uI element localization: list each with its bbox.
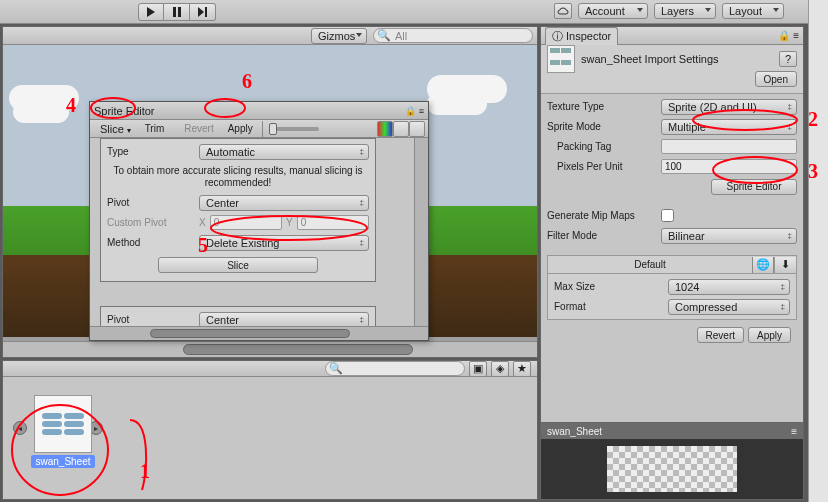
step-button[interactable] (190, 3, 216, 21)
platform-default-tab[interactable]: Default (548, 259, 752, 270)
mipmaps-checkbox[interactable] (661, 209, 674, 222)
apply-button[interactable]: Apply (221, 121, 260, 136)
preview-body (541, 439, 803, 499)
svg-rect-2 (178, 7, 181, 17)
asset-header-icon (547, 45, 575, 73)
platform-standalone-icon[interactable]: ⬇ (774, 257, 796, 273)
packing-tag-field[interactable] (661, 139, 797, 154)
layout-label: Layout (729, 5, 762, 17)
inspector-tabbar: ⓘ Inspector 🔒 ≡ (541, 27, 803, 45)
open-button[interactable]: Open (755, 71, 797, 87)
lock-icon[interactable]: 🔒 (778, 30, 790, 41)
inspector-tab[interactable]: ⓘ Inspector (545, 27, 618, 45)
pivot2-dropdown[interactable]: Center (199, 312, 369, 327)
mipmaps-label: Generate Mip Maps (547, 210, 655, 221)
trim-button[interactable]: Trim (138, 121, 172, 136)
cloud-icon[interactable] (554, 3, 572, 19)
sprite-editor-titlebar[interactable]: Sprite Editor 🔒 ≡ (90, 102, 428, 120)
custom-pivot-y: 0 (297, 215, 369, 230)
window-menu-icon[interactable]: ≡ (419, 106, 424, 116)
preview-menu-icon[interactable]: ≡ (791, 426, 797, 437)
sprite-editor-button[interactable]: Sprite Editor (711, 179, 797, 195)
play-controls (138, 3, 216, 21)
format-label: Format (554, 301, 662, 312)
svg-marker-3 (198, 7, 204, 17)
asset-prev-button[interactable]: ◂ (13, 421, 27, 435)
window-lock-icon[interactable]: 🔒 (405, 106, 416, 116)
preview-header[interactable]: swan_Sheet ≡ (541, 423, 803, 439)
sprite-editor-body: Type Automatic To obtain more accurate s… (90, 138, 414, 326)
inspector-header: swan_Sheet Import Settings ? Open (541, 45, 803, 94)
hscroll-thumb[interactable] (150, 329, 350, 338)
sprite-mode-dropdown[interactable]: Multiple (661, 119, 797, 135)
scroll-thumb[interactable] (183, 344, 413, 355)
inspector-body: Texture TypeSprite (2D and UI) Sprite Mo… (541, 94, 803, 351)
slice-hint: To obtain more accurate slicing results,… (107, 163, 369, 191)
sprite-editor-window: Sprite Editor 🔒 ≡ Slice ▾ Trim Revert Ap… (89, 101, 429, 341)
project-search[interactable]: 🔍 (325, 361, 465, 376)
filter-label-icon[interactable]: ◈ (491, 361, 509, 377)
project-toolbar: 🔍 ▣ ◈ ★ (3, 361, 537, 377)
custom-pivot-label: Custom Pivot (107, 217, 195, 228)
type-dropdown[interactable]: Automatic (199, 144, 369, 160)
pivot-dropdown[interactable]: Center (199, 195, 369, 211)
svg-rect-4 (205, 7, 207, 17)
filter-mode-dropdown[interactable]: Bilinear (661, 228, 797, 244)
alpha-slider[interactable] (269, 127, 319, 131)
platform-settings: Default 🌐 ⬇ Max Size1024 FormatCompresse… (547, 255, 797, 320)
inspector-revert-button[interactable]: Revert (697, 327, 744, 343)
sprite-editor-title: Sprite Editor (94, 105, 155, 117)
method-dropdown[interactable]: Delete Existing (199, 235, 369, 251)
svg-rect-1 (173, 7, 176, 17)
asset-item[interactable]: swan_Sheet (29, 395, 97, 468)
sprite-editor-hscroll[interactable] (90, 326, 428, 340)
project-panel: 🔍 ▣ ◈ ★ ◂ ▸ swan_Sheet (2, 360, 538, 500)
layers-dropdown[interactable]: Layers (654, 3, 716, 19)
main-toolbar: Account Layers Layout (0, 0, 808, 24)
window-buttons: 🔒 ≡ (405, 106, 424, 116)
layers-label: Layers (661, 5, 694, 17)
cp-y-label: Y (286, 217, 293, 228)
packing-tag-label: Packing Tag (547, 141, 655, 152)
alpha-toggle[interactable] (393, 121, 409, 137)
asset-thumbnail (34, 395, 92, 453)
gizmos-dropdown[interactable]: Gizmos (311, 28, 367, 44)
texture-type-label: Texture Type (547, 101, 655, 112)
preview-title: swan_Sheet (547, 426, 602, 437)
panel-menu-icon[interactable]: ≡ (793, 30, 799, 41)
search-placeholder: All (395, 30, 407, 42)
maxsize-dropdown[interactable]: 1024 (668, 279, 790, 295)
rgb-toggle[interactable] (377, 121, 393, 137)
cp-x-label: X (199, 217, 206, 228)
inspector-tab-label: Inspector (566, 30, 611, 42)
inspector-icon: ⓘ (552, 29, 563, 44)
filter-type-icon[interactable]: ▣ (469, 361, 487, 377)
assets-grid[interactable]: ◂ ▸ swan_Sheet (11, 385, 529, 493)
inspector-apply-button[interactable]: Apply (748, 327, 791, 343)
slice-button[interactable]: Slice (158, 257, 318, 273)
layout-dropdown[interactable]: Layout (722, 3, 784, 19)
format-dropdown[interactable]: Compressed (668, 299, 790, 315)
account-dropdown[interactable]: Account (578, 3, 648, 19)
pivot2-label: Pivot (107, 314, 195, 325)
platform-web-icon[interactable]: 🌐 (752, 257, 774, 273)
type-label: Type (107, 146, 195, 157)
clamp-toggle[interactable] (409, 121, 425, 137)
help-icon[interactable]: ? (779, 51, 797, 67)
pause-button[interactable] (164, 3, 190, 21)
slice-menu[interactable]: Slice ▾ (93, 121, 138, 137)
texture-type-dropdown[interactable]: Sprite (2D and UI) (661, 99, 797, 115)
favorite-icon[interactable]: ★ (513, 361, 531, 377)
slice-popup: Type Automatic To obtain more accurate s… (100, 138, 376, 282)
ppu-field[interactable]: 100 (661, 159, 797, 174)
scene-hscroll[interactable] (3, 341, 537, 357)
play-button[interactable] (138, 3, 164, 21)
method-label: Method (107, 237, 195, 248)
sprite-properties-panel: Pivot Center Custom Pivot X 0.5 Y 0.5 B … (100, 306, 376, 326)
sprite-editor-vscroll[interactable] (414, 138, 428, 326)
revert-button[interactable]: Revert (177, 121, 220, 136)
sprite-editor-toolbar: Slice ▾ Trim Revert Apply (90, 120, 428, 138)
scene-search[interactable]: 🔍All (373, 28, 533, 43)
sprite-mode-label: Sprite Mode (547, 121, 655, 132)
gizmos-label: Gizmos (318, 30, 355, 42)
